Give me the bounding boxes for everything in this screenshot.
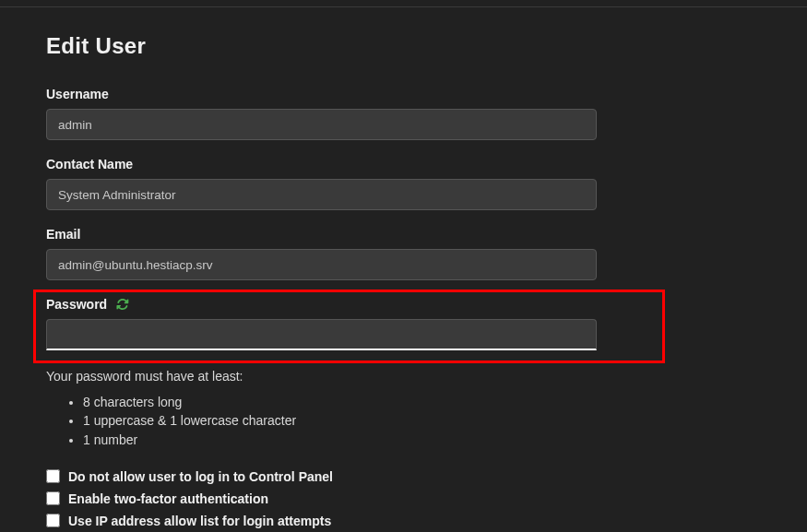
ip-allowlist-checkbox[interactable] [46,514,60,527]
disallow-login-label[interactable]: Do not allow user to log in to Control P… [68,469,333,484]
password-group: Password [46,297,661,350]
two-factor-row: Enable two-factor authentication [46,491,761,506]
email-label: Email [46,227,761,242]
password-requirements-list: 8 characters long 1 uppercase & 1 lowerc… [46,393,761,449]
ip-allowlist-row: Use IP address allow list for login atte… [46,514,761,528]
password-req-item: 1 number [83,431,761,449]
contact-name-input[interactable] [46,179,597,210]
form-content: Edit User Username Contact Name Email Pa… [0,7,807,528]
username-label: Username [46,87,761,101]
password-req-item: 8 characters long [83,393,761,411]
top-divider [0,0,807,7]
generate-password-icon[interactable] [116,298,129,311]
password-req-item: 1 uppercase & 1 lowercase character [83,411,761,430]
password-label: Password [46,297,107,312]
username-input[interactable] [46,109,597,140]
disallow-login-row: Do not allow user to log in to Control P… [46,469,761,484]
ip-allowlist-label[interactable]: Use IP address allow list for login atte… [68,514,331,528]
two-factor-label[interactable]: Enable two-factor authentication [68,491,268,506]
password-input[interactable] [46,319,597,350]
password-requirements-intro: Your password must have at least: [46,369,761,384]
email-group: Email [46,227,761,280]
contact-name-group: Contact Name [46,157,761,210]
username-group: Username [46,87,761,140]
two-factor-checkbox[interactable] [46,491,60,505]
email-input[interactable] [46,249,597,280]
contact-name-label: Contact Name [46,157,761,171]
page-title: Edit User [46,33,761,59]
disallow-login-checkbox[interactable] [46,469,60,483]
